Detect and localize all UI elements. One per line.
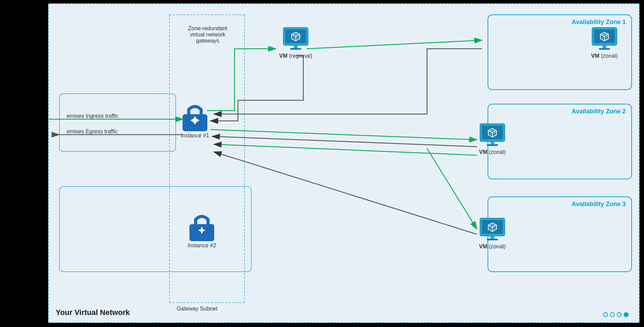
nav-dot-3[interactable] — [617, 312, 622, 317]
svg-line-56 — [210, 129, 477, 140]
main-canvas: Zone-redundant virtual network gateways … — [48, 3, 640, 323]
nav-dots — [603, 312, 629, 317]
svg-line-61 — [214, 144, 477, 155]
svg-rect-24 — [294, 45, 297, 48]
az3-box: Availability Zone 3 — [488, 196, 632, 272]
vm-az3-label: VM (zonal) — [479, 244, 505, 250]
vm-az1: VM (zonal) — [591, 25, 618, 59]
virtual-network-label: Your Virtual Network — [56, 308, 130, 317]
svg-rect-49 — [487, 239, 498, 240]
vm-az3: VM (zonal) — [479, 215, 506, 250]
vm-az2-label: VM (zonal) — [479, 149, 505, 155]
lock-instance1: Instance #1 — [179, 100, 210, 139]
gateway-subnet-label: Gateway Subnet — [177, 306, 217, 312]
svg-rect-25 — [290, 48, 301, 50]
onprem-box: emises Ingress traffic emises Egress tra… — [59, 93, 176, 152]
az2-box: Availability Zone 2 — [488, 104, 632, 179]
nav-dot-1[interactable] — [603, 312, 608, 317]
vm-regional-label: VM (regional) — [279, 53, 312, 59]
vm-regional: VM (regional) — [279, 25, 312, 59]
svg-rect-32 — [602, 45, 606, 48]
instance1-label: Instance #1 — [181, 133, 209, 139]
az2-label: Availability Zone 2 — [572, 108, 626, 115]
nav-dot-2[interactable] — [610, 312, 615, 317]
svg-line-58 — [307, 40, 482, 49]
onprem-ingress-label: emises Ingress traffic — [67, 113, 119, 119]
svg-line-57 — [212, 136, 477, 147]
svg-rect-48 — [490, 236, 494, 239]
nav-dot-4[interactable] — [624, 312, 629, 317]
vm-az1-label: VM (zonal) — [591, 53, 618, 59]
onprem-egress-label: emises Egress traffic — [67, 128, 118, 135]
vm-az2: VM (zonal) — [479, 121, 506, 155]
svg-rect-33 — [599, 48, 610, 50]
svg-line-59 — [427, 148, 477, 229]
svg-line-60 — [214, 152, 477, 234]
gateway-text: Zone-redundant virtual network gateways — [180, 25, 235, 44]
az3-label: Availability Zone 3 — [572, 201, 626, 208]
left-panel — [0, 0, 48, 327]
instance2-label: Instance #2 — [188, 243, 216, 249]
lock-instance2: Instance #2 — [186, 210, 217, 249]
svg-rect-40 — [490, 142, 494, 144]
svg-rect-41 — [487, 144, 498, 146]
instance2-box — [59, 186, 252, 272]
